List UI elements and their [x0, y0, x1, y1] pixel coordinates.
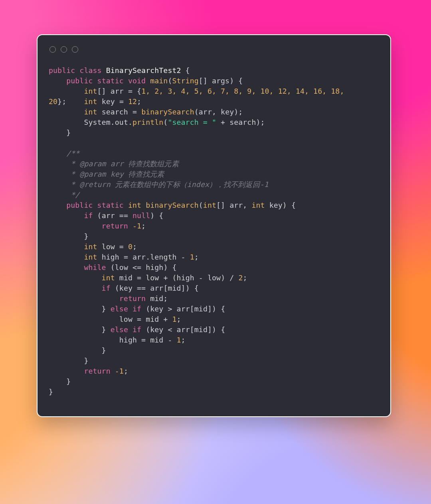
semi: ; — [137, 97, 141, 106]
num-1: 1 — [177, 336, 181, 344]
type-int: int — [128, 201, 141, 209]
ref-mid: mid — [150, 294, 163, 303]
keyword-if: if — [132, 305, 141, 313]
ref-arr: arr — [177, 325, 190, 334]
op-plus: + — [221, 118, 225, 126]
op-lt: < — [168, 325, 172, 334]
keyword-return: return — [102, 222, 128, 230]
brace-close: } — [66, 377, 71, 386]
var-low: low — [102, 242, 115, 251]
method-binarySearch: binarySearch — [146, 201, 199, 209]
bracket-open: [ — [190, 325, 194, 334]
window-titlebar — [49, 45, 379, 65]
paren-open: ( — [194, 108, 199, 116]
bracket-close: ] — [208, 325, 212, 334]
paren-close: ) — [163, 263, 168, 272]
semi: ; — [181, 336, 186, 344]
paren-open: ( — [115, 284, 119, 292]
type-int: int — [251, 201, 265, 209]
ref-system: System — [84, 118, 110, 126]
semi: ; — [177, 315, 181, 323]
semi: ; — [238, 108, 243, 116]
ref-mid: mid — [150, 336, 163, 344]
brace-close: } — [102, 346, 106, 354]
ref-mid: mid — [194, 305, 208, 313]
keyword-return: return — [119, 294, 146, 303]
keyword-public: public — [66, 77, 93, 85]
keyword-null: null — [132, 211, 150, 220]
code-window: public class BinarySearchTest2 { public … — [37, 34, 391, 417]
dot: . — [146, 253, 150, 261]
num-1: 1 — [190, 253, 194, 261]
dot: . — [111, 118, 115, 126]
brace-open: { — [186, 66, 190, 75]
arg-arr: arr — [199, 108, 212, 116]
param-arr: arr — [229, 201, 243, 209]
ref-arr: arr — [102, 211, 115, 220]
op-minus: - — [181, 253, 186, 261]
type-int: int — [84, 97, 97, 106]
bracket-open: [ — [190, 305, 194, 313]
paren-close: ) — [229, 77, 234, 85]
paren-open: ( — [163, 118, 168, 126]
close-icon[interactable] — [49, 46, 56, 53]
num-2: 2 — [238, 274, 243, 282]
paren-close: ) — [234, 108, 238, 116]
ref-low: low — [146, 274, 159, 282]
op-lte: <= — [132, 263, 141, 272]
paren-close: ) — [186, 284, 190, 292]
ref-low: low — [208, 274, 221, 282]
paren-open: ( — [146, 325, 150, 334]
zoom-icon[interactable] — [72, 46, 78, 53]
op-plus: + — [163, 274, 168, 282]
ref-high: high — [146, 263, 163, 272]
minimize-icon[interactable] — [61, 46, 67, 53]
brace-open: { — [194, 284, 199, 292]
ref-arr: arr — [132, 253, 146, 261]
op-gt: > — [168, 305, 172, 313]
ref-high: high — [119, 336, 137, 344]
brace-open: { — [238, 77, 243, 85]
num-1: 1 — [172, 315, 176, 323]
brace-close: } — [84, 356, 88, 365]
keyword-void: void — [128, 77, 146, 85]
brace-open: { — [159, 211, 163, 220]
javadoc-open: /** — [66, 149, 79, 158]
brace-open: { — [172, 263, 177, 272]
semi: ; — [194, 253, 199, 261]
method-main: main — [150, 77, 168, 85]
type-int: int — [102, 274, 115, 282]
keyword-public: public — [66, 201, 93, 209]
paren-close: ) — [221, 274, 225, 282]
semi: ; — [124, 367, 128, 375]
type-int: int — [84, 242, 97, 251]
type-string: String — [172, 77, 198, 85]
semi: ; — [243, 274, 247, 282]
var-search: search — [102, 108, 128, 116]
bracket-open: [ — [163, 284, 168, 292]
semi: ; — [62, 97, 66, 106]
comma: , — [243, 201, 247, 209]
keyword-else: else — [111, 305, 128, 313]
brace-open: { — [221, 305, 225, 313]
type-int: int — [84, 108, 97, 116]
keyword-if: if — [102, 284, 111, 292]
type-int: int — [203, 201, 216, 209]
brace-close: } — [102, 325, 106, 334]
paren-open: ( — [97, 211, 102, 220]
type-int: int — [84, 253, 97, 261]
paren-open: ( — [199, 201, 203, 209]
paren-close: ) — [150, 211, 154, 220]
ref-mid: mid — [194, 325, 208, 334]
bracket-close: ] — [208, 305, 212, 313]
javadoc-line-2: * @param key 待查找元素 — [66, 170, 164, 178]
op-eq: = — [141, 336, 146, 344]
op-eq: = — [137, 315, 141, 323]
ref-arr: arr — [177, 305, 190, 313]
call-println: println — [132, 118, 163, 126]
brackets: [] — [216, 201, 225, 209]
op-eqeq: == — [137, 284, 146, 292]
code-editor[interactable]: public class BinarySearchTest2 { public … — [49, 65, 379, 397]
brace-open: { — [221, 325, 225, 334]
num-neg1: -1 — [132, 222, 141, 230]
